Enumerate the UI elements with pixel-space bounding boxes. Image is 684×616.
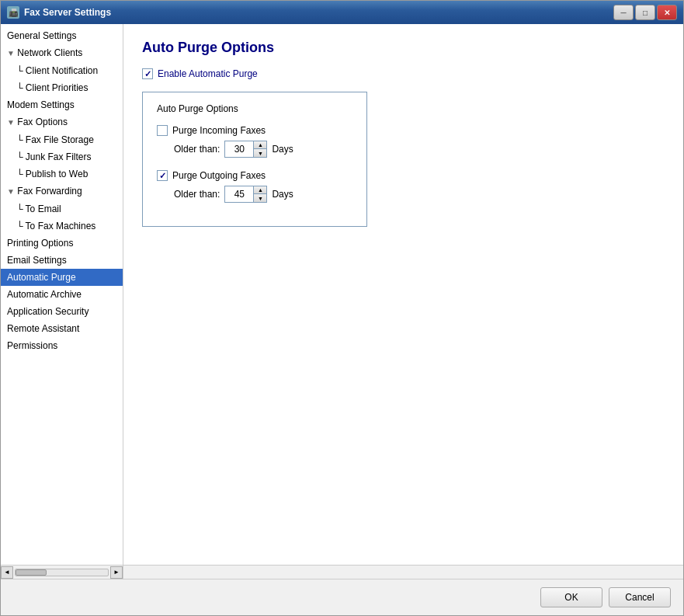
scroll-left-button[interactable]: ◄ (1, 566, 13, 579)
content-scrollbar-spacer (123, 566, 683, 579)
outgoing-days-label: Days (272, 189, 293, 200)
incoming-faxes-label: Purge Incoming Faxes (172, 125, 266, 136)
options-group-title: Auto Purge Options (157, 103, 352, 114)
sidebar-item-automatic-archive[interactable]: Automatic Archive (1, 286, 123, 303)
title-bar: 📠 Fax Server Settings ─ □ ✕ (1, 1, 683, 24)
enable-purge-label[interactable]: Enable Automatic Purge (158, 68, 258, 79)
enable-purge-checkbox[interactable] (142, 68, 153, 79)
incoming-days-label: Days (272, 144, 293, 155)
sidebar-item-network-clients[interactable]: ▼ Network Clients (1, 44, 123, 62)
outgoing-older-row: Older than: ▲ ▼ Days (174, 186, 352, 203)
sidebar-item-fax-file-storage[interactable]: └ Fax File Storage (1, 131, 123, 148)
close-button[interactable]: ✕ (657, 5, 677, 20)
sidebar-item-to-fax-machines[interactable]: └ To Fax Machines (1, 218, 123, 235)
sidebar-item-email-settings[interactable]: Email Settings (1, 252, 123, 269)
sidebar-item-automatic-purge[interactable]: Automatic Purge (1, 269, 123, 286)
main-area: General Settings ▼ Network Clients └ Cli… (1, 24, 683, 565)
title-bar-controls: ─ □ ✕ (613, 5, 677, 20)
minimize-button[interactable]: ─ (613, 5, 634, 20)
sidebar-item-application-security[interactable]: Application Security (1, 303, 123, 320)
outgoing-spinner-buttons: ▲ ▼ (253, 186, 266, 202)
outgoing-older-label: Older than: (174, 189, 220, 200)
incoming-faxes-section: Purge Incoming Faxes Older than: ▲ ▼ Day… (157, 125, 352, 158)
sidebar-item-modem-settings[interactable]: Modem Settings (1, 96, 123, 113)
incoming-faxes-checkbox[interactable] (157, 125, 168, 136)
incoming-faxes-row: Purge Incoming Faxes (157, 125, 352, 136)
maximize-button[interactable]: □ (635, 5, 655, 20)
scroll-right-button[interactable]: ► (110, 566, 123, 579)
sidebar-item-fax-forwarding[interactable]: ▼ Fax Forwarding (1, 183, 123, 200)
incoming-spinner-up[interactable]: ▲ (254, 141, 266, 149)
sidebar-scrollbar: ◄ ► (1, 566, 123, 579)
outgoing-faxes-checkbox[interactable] (157, 170, 168, 181)
sidebar-item-fax-options[interactable]: ▼ Fax Options (1, 113, 123, 131)
window-icon: 📠 (7, 6, 19, 19)
sidebar-item-printing-options[interactable]: Printing Options (1, 235, 123, 252)
outgoing-spinner-down[interactable]: ▼ (254, 194, 266, 202)
outgoing-spinner-up[interactable]: ▲ (254, 186, 266, 194)
ok-button[interactable]: OK (540, 587, 602, 607)
scrollbar-track (15, 569, 109, 576)
bottom-scrollbar-area: ◄ ► (1, 565, 683, 579)
title-bar-left: 📠 Fax Server Settings (7, 6, 111, 19)
incoming-spinner-buttons: ▲ ▼ (253, 141, 266, 157)
sidebar: General Settings ▼ Network Clients └ Cli… (1, 24, 123, 565)
bottom-bar: OK Cancel (1, 579, 683, 615)
options-group: Auto Purge Options Purge Incoming Faxes … (142, 92, 367, 227)
sidebar-item-client-notification[interactable]: └ Client Notification (1, 62, 123, 79)
main-window: 📠 Fax Server Settings ─ □ ✕ General Sett… (0, 0, 684, 616)
incoming-spinner-down[interactable]: ▼ (254, 149, 266, 157)
incoming-older-label: Older than: (174, 144, 220, 155)
incoming-spinner: ▲ ▼ (224, 141, 267, 158)
content-area: Auto Purge Options Enable Automatic Purg… (123, 24, 683, 565)
outgoing-spinner: ▲ ▼ (224, 186, 267, 203)
outgoing-faxes-row: Purge Outgoing Faxes (157, 170, 352, 181)
sidebar-item-permissions[interactable]: Permissions (1, 337, 123, 354)
sidebar-item-publish-to-web[interactable]: └ Publish to Web (1, 165, 123, 183)
cancel-button[interactable]: Cancel (609, 587, 671, 607)
sidebar-item-remote-assistant[interactable]: Remote Assistant (1, 320, 123, 337)
scrollbar-thumb[interactable] (16, 569, 47, 576)
sidebar-item-to-email[interactable]: └ To Email (1, 200, 123, 218)
sidebar-item-junk-fax-filters[interactable]: └ Junk Fax Filters (1, 148, 123, 165)
sidebar-item-general-settings[interactable]: General Settings (1, 27, 123, 44)
page-title: Auto Purge Options (142, 40, 665, 56)
outgoing-faxes-section: Purge Outgoing Faxes Older than: ▲ ▼ Day… (157, 170, 352, 203)
outgoing-faxes-label: Purge Outgoing Faxes (172, 170, 266, 181)
sidebar-item-client-priorities[interactable]: └ Client Priorities (1, 79, 123, 96)
window-title: Fax Server Settings (24, 7, 111, 18)
incoming-older-row: Older than: ▲ ▼ Days (174, 141, 352, 158)
incoming-days-input[interactable] (225, 141, 253, 157)
outgoing-days-input[interactable] (225, 186, 253, 202)
enable-row: Enable Automatic Purge (142, 68, 665, 79)
